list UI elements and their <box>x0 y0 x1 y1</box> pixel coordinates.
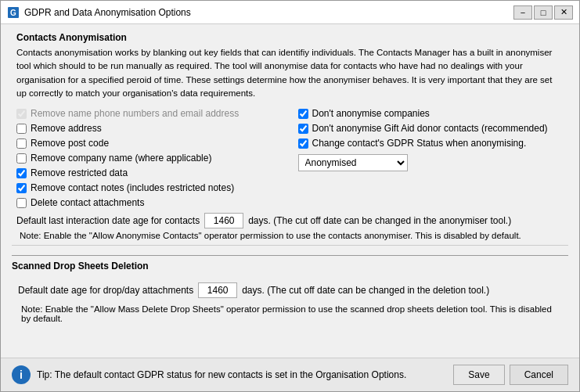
checkbox-row-remove-notes: Remove contact notes (includes restricte… <box>16 182 283 193</box>
scanned-days-label: Default date age for drop/day attachment… <box>18 285 193 296</box>
cancel-button[interactable]: Cancel <box>510 365 568 385</box>
checkbox-row-remove-restricted: Remove restricted data <box>16 167 283 178</box>
scanned-days-input[interactable] <box>198 282 237 298</box>
contacts-section-title: Contacts Anonymisation <box>16 32 564 43</box>
checkbox-delete-attachments[interactable] <box>16 198 27 208</box>
title-bar: G GDPR and Data Anonymisation Options − … <box>1 1 579 24</box>
scanned-note: Note: Enable the "Allow Mass Delete Drop… <box>21 304 562 323</box>
checkbox-label-remove-name: Remove name phone numbers and email addr… <box>31 108 239 119</box>
save-button[interactable]: Save <box>453 365 504 385</box>
info-icon: i <box>12 365 31 384</box>
section-divider <box>12 245 568 246</box>
gdpr-status-select[interactable]: Anonymised Not Set Opted In Opted Out <box>298 154 408 171</box>
checkbox-label-remove-postcode: Remove post code <box>31 138 109 149</box>
checkbox-row-remove-postcode: Remove post code <box>16 138 283 149</box>
contacts-days-row: Default last interaction date age for co… <box>16 213 564 228</box>
minimize-button[interactable]: − <box>513 5 532 20</box>
scanned-days-row: Default date age for drop/day attachment… <box>18 282 562 298</box>
checkbox-label-no-giftaid: Don't anonymise Gift Aid donor contacts … <box>312 123 548 134</box>
scanned-section: Scanned Drop Sheets Deletion Default dat… <box>12 255 568 326</box>
checkbox-label-change-gdpr: Change contact's GDPR Status when anonym… <box>312 138 527 149</box>
checkbox-row-delete-attachments: Delete contact attachments <box>16 197 283 208</box>
checkbox-row-no-companies: Don't anonymise companies <box>298 108 564 119</box>
contacts-section: Contacts Anonymisation Contacts anonymis… <box>12 32 568 240</box>
contacts-days-input[interactable] <box>204 213 243 228</box>
checkbox-label-delete-attachments: Delete contact attachments <box>31 197 144 208</box>
checkbox-label-remove-notes: Remove contact notes (includes restricte… <box>31 182 234 193</box>
checkbox-row-change-gdpr: Change contact's GDPR Status when anonym… <box>298 138 564 149</box>
footer-buttons: Save Cancel <box>453 365 568 385</box>
window-icon: G <box>7 6 20 19</box>
checkbox-no-giftaid[interactable] <box>298 124 308 134</box>
checkbox-row-remove-company: Remove company name (where applicable) <box>16 153 283 164</box>
scanned-section-title: Scanned Drop Sheets Deletion <box>12 255 568 272</box>
scanned-days-suffix: days. (The cut off date can be changed i… <box>242 285 489 296</box>
right-options: Don't anonymise companies Don't anonymis… <box>298 108 564 208</box>
checkbox-no-companies[interactable] <box>298 109 308 119</box>
checkbox-remove-company[interactable] <box>16 153 27 164</box>
checkbox-remove-notes[interactable] <box>16 183 27 193</box>
checkbox-remove-postcode[interactable] <box>16 138 27 149</box>
contacts-days-label: Default last interaction date age for co… <box>16 215 200 226</box>
window-controls: − □ ✕ <box>513 5 573 20</box>
gdpr-status-row: Anonymised Not Set Opted In Opted Out <box>298 154 564 171</box>
close-button[interactable]: ✕ <box>554 5 573 20</box>
checkbox-label-remove-restricted: Remove restricted data <box>31 167 128 178</box>
checkbox-remove-restricted[interactable] <box>16 168 27 178</box>
checkbox-remove-name <box>16 109 27 119</box>
svg-text:G: G <box>10 9 16 17</box>
scanned-content: Default date age for drop/day attachment… <box>12 276 568 326</box>
contacts-description: Contacts anonymisation works by blanking… <box>16 46 564 100</box>
checkbox-row-no-giftaid: Don't anonymise Gift Aid donor contacts … <box>298 123 564 134</box>
main-content: Contacts Anonymisation Contacts anonymis… <box>1 24 579 358</box>
checkbox-label-no-companies: Don't anonymise companies <box>312 108 430 119</box>
footer-tip: Tip: The default contact GDPR status for… <box>37 369 447 380</box>
options-area: Remove name phone numbers and email addr… <box>16 108 564 208</box>
checkbox-row-remove-name: Remove name phone numbers and email addr… <box>16 108 283 119</box>
checkbox-label-remove-address: Remove address <box>31 123 102 134</box>
checkbox-remove-address[interactable] <box>16 124 27 134</box>
contacts-note: Note: Enable the "Allow Anonymise Contac… <box>20 231 564 240</box>
contacts-days-suffix: days. (The cut off date can be changed i… <box>248 215 511 226</box>
window-title: GDPR and Data Anonymisation Options <box>24 7 513 18</box>
main-window: G GDPR and Data Anonymisation Options − … <box>0 0 580 392</box>
maximize-button[interactable]: □ <box>534 5 553 20</box>
checkbox-label-remove-company: Remove company name (where applicable) <box>31 153 211 164</box>
left-options: Remove name phone numbers and email addr… <box>16 108 283 208</box>
checkbox-row-remove-address: Remove address <box>16 123 283 134</box>
checkbox-change-gdpr[interactable] <box>298 138 308 149</box>
footer: i Tip: The default contact GDPR status f… <box>1 358 579 391</box>
